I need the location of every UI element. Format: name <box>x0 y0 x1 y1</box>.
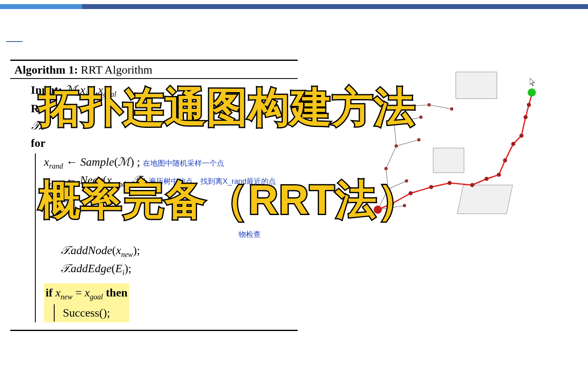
svg-point-39 <box>528 88 536 97</box>
svg-point-23 <box>427 103 431 106</box>
then-keyword: then <box>106 286 128 299</box>
svg-point-35 <box>519 134 524 138</box>
algo-name: RRT Algorithm <box>81 63 152 76</box>
svg-point-37 <box>527 103 531 107</box>
svg-point-31 <box>485 177 489 181</box>
divider-small <box>6 41 23 42</box>
svg-point-29 <box>448 181 452 185</box>
svg-rect-2 <box>457 185 512 214</box>
svg-point-21 <box>417 138 420 141</box>
comment-collision: 物检查 <box>239 230 261 238</box>
svg-line-13 <box>429 105 452 109</box>
overlay-title-1: 拓扑连通图构建方法 <box>39 80 416 136</box>
svg-rect-0 <box>456 72 497 99</box>
top-bar-progress <box>0 4 82 9</box>
svg-point-28 <box>429 185 433 189</box>
success-call: Success(); <box>63 306 110 319</box>
svg-line-10 <box>396 140 419 146</box>
svg-point-22 <box>419 116 423 119</box>
algorithm-title: Algorithm 1: RRT Algorithm <box>10 62 298 78</box>
top-bar <box>0 4 588 9</box>
svg-point-16 <box>395 144 398 148</box>
svg-point-30 <box>470 183 474 187</box>
svg-point-24 <box>450 107 453 111</box>
svg-line-5 <box>386 146 396 169</box>
if-keyword: if <box>46 286 53 299</box>
svg-point-32 <box>497 173 501 177</box>
svg-point-33 <box>503 158 507 162</box>
svg-point-36 <box>524 115 528 119</box>
svg-point-34 <box>511 142 515 146</box>
if-highlight: if xnew = xgoal then Success(); <box>44 283 129 322</box>
cursor-icon <box>530 78 536 88</box>
overlay-title-2: 概率完备（RRT法） <box>39 173 419 228</box>
algo-header: Algorithm 1: <box>14 63 78 76</box>
svg-rect-1 <box>433 148 464 173</box>
svg-point-15 <box>384 167 388 170</box>
for-keyword: for <box>31 137 46 149</box>
comment-sample: 在地图中随机采样一个点 <box>143 159 224 167</box>
